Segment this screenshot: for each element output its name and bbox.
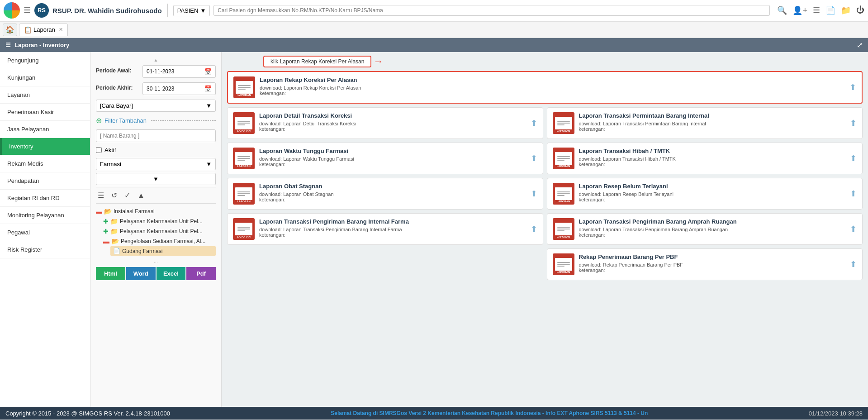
- tree-folder-1[interactable]: ✚ 📁 Pelayanan Kefarmasian Unit Pel...: [103, 216, 216, 226]
- report-thumb-1: [553, 112, 574, 134]
- download-btn-1[interactable]: ⬆: [850, 118, 857, 128]
- cara-bayar-select[interactable]: [Cara Bayar] ▼: [96, 100, 216, 112]
- tree-folder-3[interactable]: ▬ 📂 Pengelolaan Sediaan Farmasi, Al...: [103, 236, 216, 246]
- report-info-0: Laporan Detail Transaksi Koreksi downloa…: [259, 112, 526, 132]
- report-card-highlighted[interactable]: Laporan Rekap Koreksi Per Alasan downloa…: [227, 71, 863, 104]
- home-tab[interactable]: 🏠: [3, 24, 17, 36]
- report-card-2[interactable]: Laporan Waktu Tunggu Farmasi download: L…: [227, 143, 543, 174]
- folder-icon[interactable]: 📁: [841, 5, 851, 15]
- app-logo: [4, 2, 20, 19]
- sidebar-item-layanan[interactable]: Layanan: [0, 86, 90, 104]
- download-btn-3[interactable]: ⬆: [850, 153, 857, 163]
- format-pdf-btn[interactable]: Pdf: [186, 267, 216, 280]
- download-btn-highlighted[interactable]: ⬆: [849, 82, 856, 92]
- periode-awal-input[interactable]: [147, 68, 201, 75]
- download-btn-7[interactable]: ⬆: [850, 224, 857, 234]
- page-title: Laporan - Inventory: [14, 42, 69, 48]
- tree-expand-icon-1: ✚: [103, 218, 109, 225]
- filter-tambahan[interactable]: ⊕ Filter Tambahan: [96, 116, 216, 125]
- report-info-3: Laporan Transaksi Hibah / TMTK download:…: [579, 148, 846, 167]
- footer-datetime: 01/12/2023 10:39:28: [809, 410, 863, 417]
- calendar-awal-icon[interactable]: 📅: [204, 68, 212, 75]
- report-thumb-7: [553, 218, 574, 240]
- download-btn-5[interactable]: ⬆: [850, 189, 857, 199]
- format-excel-btn[interactable]: Excel: [157, 267, 186, 280]
- tree-indent-2: 📄 Gudang Farmasi: [110, 246, 216, 256]
- report-card-0[interactable]: Laporan Detail Transaksi Koreksi downloa…: [227, 107, 543, 139]
- extra-dropdown[interactable]: ▼: [96, 173, 216, 185]
- download-btn-8[interactable]: ⬆: [850, 259, 857, 269]
- report-title-1: Laporan Transaksi Permintaan Barang Inte…: [579, 112, 846, 119]
- expand-icon[interactable]: ⤢: [857, 41, 863, 49]
- sidebar-item-kegiatan-ri-rd[interactable]: Kegiatan RI dan RD: [0, 190, 90, 207]
- tree-root[interactable]: ▬ 📂 Instalasi Farmasi: [96, 206, 216, 216]
- aktif-checkbox-row[interactable]: Aktif: [96, 147, 216, 153]
- report-card-5[interactable]: Laporan Resep Belum Terlayani download: …: [547, 178, 863, 210]
- page-header-left: ☰ Laporan - Inventory: [5, 42, 69, 48]
- tree-folder-2[interactable]: ✚ 📁 Pelayanan Kefarmasian Unit Pel...: [103, 226, 216, 236]
- hamburger-icon[interactable]: ☰: [24, 5, 31, 15]
- report-info-8: Rekap Penerimaan Barang Per PBF download…: [579, 253, 846, 273]
- sidebar-item-penerimaan-kasir[interactable]: Penerimaan Kasir: [0, 104, 90, 121]
- report-thumb-4: [233, 183, 255, 205]
- cara-bayar-row: [Cara Bayar] ▼: [96, 100, 216, 112]
- annotation-1-container: klik Laporan Rekap Koreksi Per Alasan →: [227, 56, 863, 67]
- report-card-8[interactable]: Rekap Penerimaan Barang Per PBF download…: [547, 248, 863, 280]
- format-word-btn[interactable]: Word: [126, 267, 156, 280]
- list-icon[interactable]: ☰: [813, 5, 820, 15]
- download-btn-6[interactable]: ⬆: [531, 224, 537, 234]
- sidebar-item-inventory[interactable]: Inventory: [0, 138, 90, 155]
- report-title-3: Laporan Transaksi Hibah / TMTK: [579, 148, 846, 154]
- nama-barang-input[interactable]: [96, 129, 216, 142]
- report-keterangan-0: keterangan:: [259, 126, 526, 132]
- report-keterangan-highlighted: keterangan:: [260, 91, 845, 96]
- report-card-4[interactable]: Laporan Obat Stagnan download: Laporan O…: [227, 178, 543, 210]
- search-input[interactable]: [218, 7, 766, 14]
- sidebar-item-rekam-medis[interactable]: Rekam Medis: [0, 155, 90, 172]
- sidebar-item-pendapatan[interactable]: Pendapatan: [0, 172, 90, 190]
- sidebar-item-jasa-pelayanan[interactable]: Jasa Pelayanan: [0, 121, 90, 138]
- document-icon[interactable]: 📄: [825, 5, 835, 15]
- report-card-1[interactable]: Laporan Transaksi Permintaan Barang Inte…: [547, 107, 863, 139]
- sidebar-item-kunjungan[interactable]: Kunjungan: [0, 69, 90, 86]
- aktif-checkbox[interactable]: [96, 147, 102, 153]
- search-bar[interactable]: [213, 5, 770, 16]
- plus-icon: ⊕: [96, 116, 102, 125]
- check-btn[interactable]: ✓: [123, 190, 132, 200]
- tree-folder-1-label: Pelayanan Kefarmasian Unit Pel...: [120, 218, 203, 224]
- farmasi-dropdown[interactable]: Farmasi ▼: [96, 158, 216, 170]
- format-html-btn[interactable]: Html: [96, 267, 125, 280]
- download-btn-0[interactable]: ⬆: [531, 118, 537, 128]
- calendar-akhir-icon[interactable]: 📅: [204, 85, 212, 92]
- report-card-6[interactable]: Laporan Transaksi Pengiriman Barang Inte…: [227, 213, 543, 245]
- download-btn-2[interactable]: ⬆: [531, 153, 537, 163]
- report-download-7: download: Laporan Transaksi Pengiriman B…: [579, 227, 846, 232]
- tab-close-icon[interactable]: ✕: [59, 27, 63, 33]
- report-card-3[interactable]: Laporan Transaksi Hibah / TMTK download:…: [547, 143, 863, 174]
- laporan-tab[interactable]: 📋 Laporan ✕: [19, 24, 68, 36]
- sidebar-item-risk-register[interactable]: Risk Register: [0, 241, 90, 258]
- report-card-7[interactable]: Laporan Transaksi Pengiriman Barang Ampr…: [547, 213, 863, 245]
- report-thumb-2: [233, 148, 255, 169]
- main-layout: Pengunjung Kunjungan Layanan Penerimaan …: [0, 52, 868, 407]
- filter-tambahan-label: Filter Tambahan: [104, 117, 147, 124]
- report-keterangan-7: keterangan:: [579, 232, 846, 238]
- search-icon[interactable]: 🔍: [777, 5, 787, 15]
- sidebar-item-pengunjung[interactable]: Pengunjung: [0, 52, 90, 69]
- reset-btn[interactable]: ↺: [109, 190, 119, 200]
- sidebar-item-monitoring[interactable]: Monitoring Pelayanan: [0, 207, 90, 224]
- tree-file-gudang[interactable]: 📄 Gudang Farmasi: [110, 246, 216, 256]
- report-info-1: Laporan Transaksi Permintaan Barang Inte…: [579, 112, 846, 132]
- report-download-8: download: Rekap Penerimaan Barang Per PB…: [579, 262, 846, 267]
- annotation-2-wrapper: pilih Format File ←: [227, 248, 543, 280]
- hospital-logo: RS: [34, 3, 49, 18]
- download-btn-4[interactable]: ⬆: [531, 189, 537, 199]
- list-view-btn[interactable]: ☰: [96, 190, 106, 200]
- sidebar-item-pegawai[interactable]: Pegawai: [0, 224, 90, 241]
- patient-selector[interactable]: PASIEN ▼: [173, 5, 210, 16]
- periode-akhir-input[interactable]: [147, 86, 201, 92]
- add-user-icon[interactable]: 👤+: [792, 5, 807, 15]
- exit-icon[interactable]: ⏻: [856, 5, 864, 15]
- collapse-btn[interactable]: ▲: [136, 191, 147, 200]
- report-download-1: download: Laporan Transaksi Permintaan B…: [579, 121, 846, 126]
